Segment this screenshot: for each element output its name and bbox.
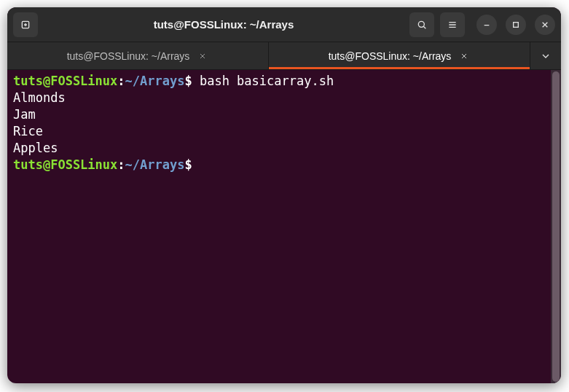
search-icon — [416, 19, 428, 31]
tab-0[interactable]: tuts@FOSSLinux: ~/Arrays — [7, 42, 269, 69]
prompt-user: tuts@FOSSLinux — [13, 157, 117, 172]
prompt-user: tuts@FOSSLinux — [13, 74, 117, 88]
svg-rect-9 — [514, 22, 519, 27]
command-text: bash basicarray.sh — [200, 74, 334, 88]
maximize-button[interactable] — [506, 15, 526, 35]
prompt-dollar: $ — [184, 157, 192, 172]
terminal-line: tuts@FOSSLinux:~/Arrays$ — [13, 157, 555, 173]
tab-close-button[interactable] — [197, 50, 208, 62]
prompt-path: ~/Arrays — [125, 157, 185, 172]
prompt-colon: : — [117, 74, 125, 88]
minimize-icon — [481, 19, 493, 31]
svg-point-3 — [418, 21, 424, 27]
tab-label: tuts@FOSSLinux: ~/Arrays — [329, 50, 452, 62]
tab-bar: tuts@FOSSLinux: ~/Arrays tuts@FOSSLinux:… — [7, 42, 561, 70]
new-tab-icon — [20, 19, 31, 31]
scrollbar[interactable] — [551, 70, 561, 383]
terminal-line: tuts@FOSSLinux:~/Arrays$ bash basicarray… — [13, 73, 555, 90]
titlebar: tuts@FOSSLinux: ~/Arrays — [7, 7, 561, 42]
svg-line-4 — [423, 26, 425, 28]
window-controls — [476, 15, 555, 35]
prompt-dollar: $ — [184, 74, 192, 88]
minimize-button[interactable] — [476, 15, 497, 35]
tab-dropdown-button[interactable] — [530, 42, 561, 69]
tab-label: tuts@FOSSLinux: ~/Arrays — [67, 50, 190, 62]
tab-close-button[interactable] — [458, 50, 470, 62]
window-title: tuts@FOSSLinux: ~/Arrays — [44, 18, 404, 31]
close-button[interactable] — [535, 15, 555, 35]
terminal-output-line: Apples — [13, 140, 555, 157]
prompt-colon: : — [117, 157, 125, 172]
terminal-output-line: Almonds — [13, 90, 555, 106]
x-icon — [460, 52, 468, 60]
menu-button[interactable] — [440, 12, 465, 37]
prompt-path: ~/Arrays — [125, 74, 185, 88]
maximize-icon — [510, 19, 522, 31]
search-button[interactable] — [409, 12, 434, 37]
terminal-content[interactable]: tuts@FOSSLinux:~/Arrays$ bash basicarray… — [7, 70, 561, 383]
x-icon — [198, 52, 207, 60]
close-icon — [539, 19, 551, 31]
tab-1[interactable]: tuts@FOSSLinux: ~/Arrays — [269, 42, 530, 69]
terminal-window: tuts@FOSSLinux: ~/Arrays tuts@FOSSLinux:… — [7, 7, 561, 383]
terminal-output-line: Jam — [13, 106, 555, 123]
chevron-down-icon — [540, 50, 552, 62]
hamburger-icon — [447, 19, 458, 31]
command-text — [192, 74, 200, 88]
new-tab-button[interactable] — [13, 12, 38, 37]
scrollbar-thumb[interactable] — [552, 71, 560, 382]
terminal-output-line: Rice — [13, 123, 555, 140]
